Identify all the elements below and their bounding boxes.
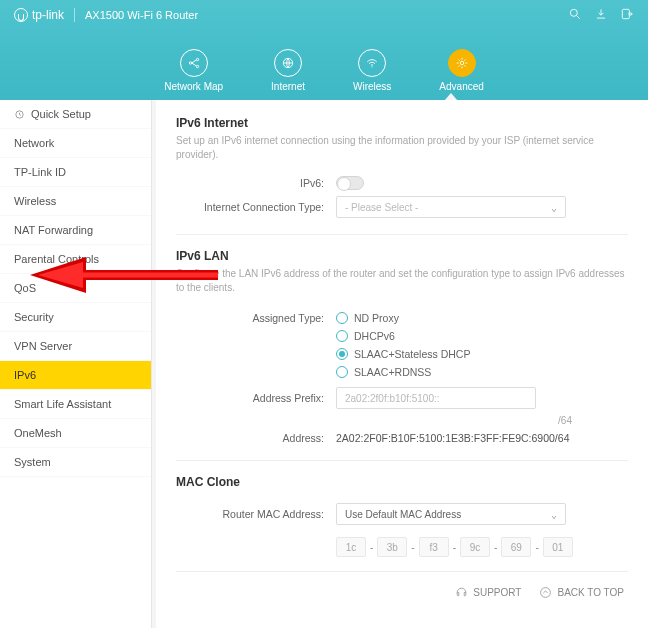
radio-slaac-rdnss[interactable]: SLAAC+RDNSS <box>336 363 628 381</box>
brand-logo: tp-link <box>14 8 64 22</box>
back-to-top-button[interactable]: BACK TO TOP <box>539 586 624 599</box>
support-button[interactable]: SUPPORT <box>455 586 521 599</box>
prefix-label: Address Prefix: <box>176 392 336 404</box>
prefix-suffix: /64 <box>342 415 572 426</box>
download-icon[interactable] <box>594 7 608 23</box>
sidebar-item-security[interactable]: Security <box>0 303 151 332</box>
conn-type-label: Internet Connection Type: <box>176 201 336 213</box>
sidebar-item-system[interactable]: System <box>0 448 151 477</box>
nav-internet[interactable]: Internet <box>271 49 305 92</box>
sidebar-item-onemesh[interactable]: OneMesh <box>0 419 151 448</box>
section-title-ipv6-internet: IPv6 Internet <box>176 116 628 130</box>
section-title-mac-clone: MAC Clone <box>176 475 628 489</box>
mac-octet: 69 <box>501 537 531 557</box>
separator <box>74 8 75 22</box>
nav-wireless[interactable]: Wireless <box>353 49 391 92</box>
brand-text: tp-link <box>32 8 64 22</box>
conn-type-select[interactable]: - Please Select -⌄ <box>336 196 566 218</box>
model-name: AX1500 Wi-Fi 6 Router <box>85 9 198 21</box>
content-footer: SUPPORT BACK TO TOP <box>176 571 628 599</box>
svg-point-8 <box>460 61 464 65</box>
mac-octets: 1c- 3b- f3- 9c- 69- 01 <box>336 537 573 557</box>
section-title-ipv6-lan: IPv6 LAN <box>176 249 628 263</box>
nav-network-map[interactable]: Network Map <box>164 49 223 92</box>
assigned-type-label: Assigned Type: <box>176 309 336 324</box>
mac-octet: 9c <box>460 537 490 557</box>
logout-icon[interactable] <box>620 7 634 23</box>
radio-dhcpv6[interactable]: DHCPv6 <box>336 327 628 345</box>
search-icon[interactable] <box>568 7 582 23</box>
mac-select[interactable]: Use Default MAC Address⌄ <box>336 503 566 525</box>
sidebar-item-network[interactable]: Network <box>0 129 151 158</box>
ipv6-toggle-label: IPv6: <box>176 177 336 189</box>
svg-point-7 <box>372 66 373 67</box>
sidebar-item-smart-life-assistant[interactable]: Smart Life Assistant <box>0 390 151 419</box>
sidebar-item-wireless[interactable]: Wireless <box>0 187 151 216</box>
nav-advanced[interactable]: Advanced <box>439 49 483 92</box>
mac-octet: 1c <box>336 537 366 557</box>
svg-point-4 <box>196 58 198 60</box>
mac-octet: 3b <box>377 537 407 557</box>
svg-point-5 <box>196 65 198 67</box>
sidebar-item-ipv6[interactable]: IPv6 <box>0 361 151 390</box>
mac-label: Router MAC Address: <box>176 508 336 520</box>
svg-point-10 <box>541 588 551 598</box>
sidebar-item-quick-setup[interactable]: Quick Setup <box>0 100 151 129</box>
sidebar-item-parental-controls[interactable]: Parental Controls <box>0 245 151 274</box>
chevron-down-icon: ⌄ <box>551 202 557 213</box>
ipv6-toggle[interactable] <box>336 176 364 190</box>
assigned-type-group: ND Proxy DHCPv6 SLAAC+Stateless DHCP SLA… <box>336 309 628 381</box>
content-pane: IPv6 Internet Set up an IPv6 internet co… <box>156 100 648 628</box>
mac-octet: 01 <box>543 537 573 557</box>
svg-point-3 <box>189 62 191 64</box>
sidebar-item-tplink-id[interactable]: TP-Link ID <box>0 158 151 187</box>
main-nav: Network Map Internet Wireless Advanced <box>0 49 648 92</box>
svg-point-0 <box>570 9 577 16</box>
logo-icon <box>14 8 28 22</box>
radio-slaac-stateless[interactable]: SLAAC+Stateless DHCP <box>336 345 628 363</box>
prefix-input[interactable]: 2a02:2f0f:b10f:5100:: <box>336 387 536 409</box>
address-label: Address: <box>176 432 336 444</box>
chevron-down-icon: ⌄ <box>551 509 557 520</box>
mac-octet: f3 <box>419 537 449 557</box>
section-desc: Configure the LAN IPv6 address of the ro… <box>176 267 628 295</box>
header: tp-link AX1500 Wi-Fi 6 Router Network Ma… <box>0 0 648 100</box>
section-desc: Set up an IPv6 internet connection using… <box>176 134 628 162</box>
address-value: 2A02:2F0F:B10F:5100:1E3B:F3FF:FE9C:6900/… <box>336 432 569 444</box>
sidebar-item-vpn-server[interactable]: VPN Server <box>0 332 151 361</box>
radio-nd-proxy[interactable]: ND Proxy <box>336 309 628 327</box>
sidebar-item-qos[interactable]: QoS <box>0 274 151 303</box>
sidebar-item-nat-forwarding[interactable]: NAT Forwarding <box>0 216 151 245</box>
svg-line-1 <box>577 16 580 19</box>
sidebar: Quick Setup Network TP-Link ID Wireless … <box>0 100 152 628</box>
